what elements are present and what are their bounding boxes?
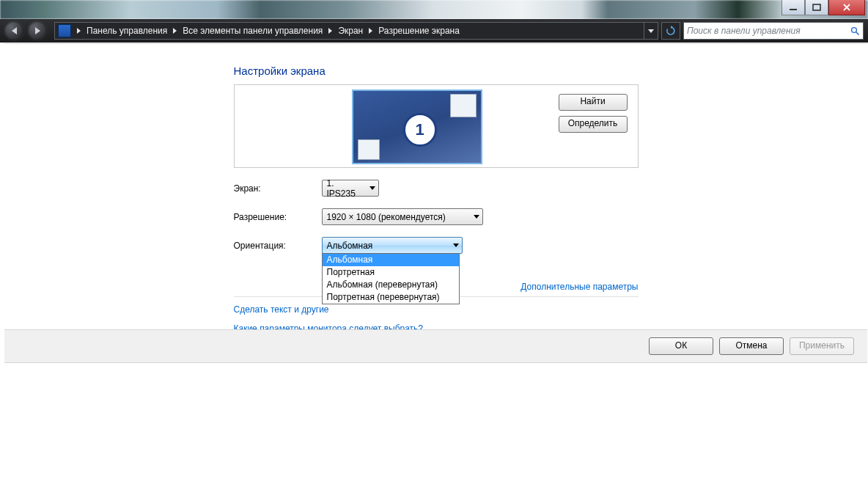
orientation-option[interactable]: Альбомная	[323, 254, 459, 266]
minimize-button[interactable]	[781, 0, 805, 15]
address-bar[interactable]: Панель управления Все элементы панели уп…	[54, 22, 658, 40]
screen-dropdown[interactable]: 1. IPS235	[322, 180, 379, 197]
breadcrumb-item[interactable]: Все элементы панели управления	[180, 26, 326, 36]
ok-button[interactable]: ОК	[649, 337, 713, 355]
svg-point-2	[852, 27, 857, 32]
search-placeholder: Поиск в панели управления	[687, 26, 801, 36]
nav-back-button[interactable]	[4, 21, 23, 40]
cancel-button[interactable]: Отмена	[719, 337, 784, 355]
orientation-options-list: Альбомная Портретная Альбомная (переверн…	[322, 253, 460, 304]
close-button[interactable]	[828, 0, 865, 15]
monitor-preview[interactable]: 1	[352, 89, 482, 164]
breadcrumb-separator-icon	[369, 28, 372, 34]
resolution-value: 1920 × 1080 (рекомендуется)	[327, 212, 446, 222]
content-pane: Настройки экрана 1 Найти Определить Экра…	[4, 43, 867, 487]
chevron-down-icon	[474, 215, 479, 219]
screen-value: 1. IPS235	[327, 178, 364, 199]
breadcrumb-item[interactable]: Экран	[335, 26, 366, 36]
preview-window-icon	[450, 94, 477, 117]
screen-label: Экран:	[234, 183, 322, 194]
maximize-button[interactable]	[805, 0, 828, 15]
resolution-dropdown[interactable]: 1920 × 1080 (рекомендуется)	[322, 208, 483, 225]
orientation-value: Альбомная	[327, 241, 373, 251]
breadcrumb-item[interactable]: Разрешение экрана	[375, 26, 463, 36]
resolution-label: Разрешение:	[234, 212, 322, 222]
breadcrumb-separator-icon	[173, 28, 177, 34]
chevron-down-icon	[369, 186, 375, 190]
text-size-link[interactable]: Сделать текст и другие	[234, 304, 639, 315]
orientation-dropdown[interactable]: Альбомная Альбомная Портретная Альбомная…	[322, 237, 463, 254]
chevron-down-icon	[453, 244, 459, 247]
svg-rect-1	[813, 4, 820, 10]
page-title: Настройки экрана	[234, 65, 639, 77]
monitor-number-badge: 1	[403, 113, 437, 147]
control-panel-icon	[58, 24, 71, 37]
breadcrumb-separator-icon	[77, 28, 81, 34]
preview-window-icon	[358, 139, 380, 160]
apply-button: Применить	[790, 337, 854, 355]
breadcrumb-item[interactable]: Панель управления	[84, 26, 170, 36]
find-button[interactable]: Найти	[559, 94, 628, 111]
explorer-toolbar: Панель управления Все элементы панели уп…	[0, 19, 868, 43]
nav-forward-button[interactable]	[28, 21, 47, 40]
window-caption-buttons	[781, 0, 865, 15]
orientation-option[interactable]: Портретная (перевернутая)	[323, 291, 459, 304]
orientation-option[interactable]: Альбомная (перевернутая)	[323, 279, 459, 291]
orientation-label: Ориентация:	[234, 241, 322, 251]
detect-button[interactable]: Определить	[559, 116, 628, 133]
display-preview-panel: 1 Найти Определить	[234, 84, 639, 168]
svg-line-3	[856, 32, 859, 34]
window: Панель управления Все элементы панели уп…	[0, 0, 868, 487]
breadcrumb-separator-icon	[328, 28, 332, 34]
orientation-option[interactable]: Портретная	[323, 266, 459, 279]
refresh-button[interactable]	[661, 22, 680, 40]
address-dropdown-button[interactable]	[644, 23, 658, 39]
desktop-background-strip	[0, 0, 868, 19]
search-icon	[850, 26, 860, 36]
dialog-button-bar: ОК Отмена Применить	[4, 329, 867, 363]
search-input[interactable]: Поиск в панели управления	[683, 22, 864, 40]
svg-rect-0	[790, 9, 797, 10]
